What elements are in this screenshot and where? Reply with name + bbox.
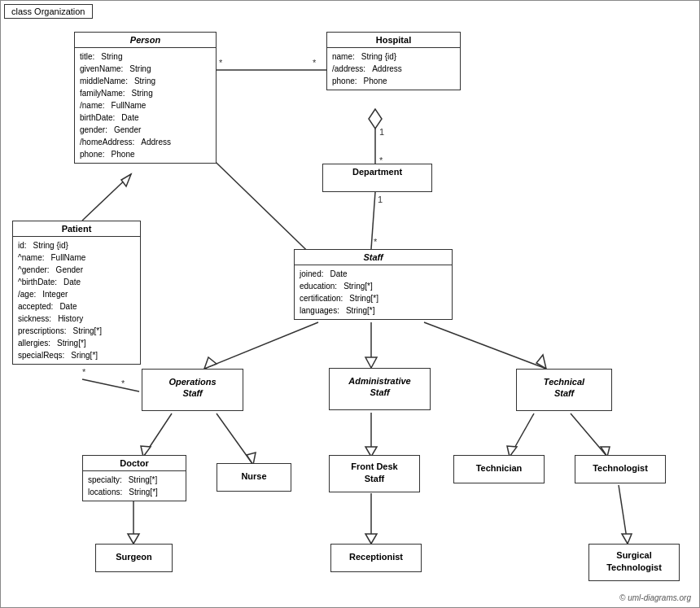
svg-line-34	[619, 485, 628, 544]
hospital-body: name:String {id} /address:Address phone:…	[327, 48, 460, 90]
class-receptionist: Receptionist	[330, 544, 422, 572]
class-hospital: Hospital name:String {id} /address:Addre…	[326, 32, 461, 90]
department-title: Department	[323, 164, 431, 179]
class-technical-staff: TechnicalStaff	[516, 369, 612, 411]
class-administrative-staff: AdministrativeStaff	[329, 368, 431, 410]
administrative-staff-title: AdministrativeStaff	[330, 369, 430, 401]
class-nurse: Nurse	[217, 463, 291, 492]
class-doctor: Doctor specialty:String[*] locations:Str…	[82, 455, 186, 501]
patient-title: Patient	[13, 221, 140, 237]
technologist-title: Technologist	[575, 456, 665, 475]
svg-line-36	[82, 379, 139, 391]
svg-line-7	[371, 192, 375, 249]
class-person: Person title:String givenName:String mid…	[74, 32, 217, 164]
svg-line-22	[217, 413, 253, 465]
class-operations-staff: OperationsStaff	[142, 369, 243, 411]
svg-text:*: *	[121, 378, 125, 388]
svg-line-20	[143, 413, 172, 457]
doctor-body: specialty:String[*] locations:String[*]	[83, 471, 186, 501]
technical-staff-title: TechnicalStaff	[517, 370, 611, 402]
svg-marker-35	[622, 534, 632, 544]
svg-text:1: 1	[379, 127, 384, 137]
svg-text:*: *	[219, 58, 223, 68]
class-surgeon: Surgeon	[95, 544, 173, 572]
person-title: Person	[75, 33, 216, 48]
diagram-container: class Organization * * 1 * 1 *	[0, 0, 700, 608]
svg-text:*: *	[374, 237, 378, 247]
diagram-title: class Organization	[4, 4, 93, 19]
patient-body: id:String {id} ^name:FullName ^gender:Ge…	[13, 237, 140, 364]
svg-text:*: *	[82, 367, 86, 377]
class-patient: Patient id:String {id} ^name:FullName ^g…	[12, 221, 141, 365]
svg-line-10	[82, 174, 131, 221]
svg-marker-19	[536, 355, 546, 369]
front-desk-staff-title: Front DeskStaff	[330, 456, 419, 488]
operations-staff-title: OperationsStaff	[142, 370, 243, 402]
copyright: © uml-diagrams.org	[619, 593, 691, 602]
svg-marker-15	[204, 357, 217, 369]
class-surgical-technologist: SurgicalTechnologist	[588, 544, 680, 581]
surgeon-title: Surgeon	[96, 545, 172, 564]
nurse-title: Nurse	[217, 464, 291, 483]
class-department: Department	[322, 164, 432, 192]
svg-text:1: 1	[378, 195, 383, 204]
svg-line-28	[571, 413, 607, 457]
svg-line-18	[424, 322, 546, 369]
staff-title: Staff	[295, 250, 452, 265]
class-staff: Staff joined:Date education:String[*] ce…	[294, 249, 453, 320]
class-technologist: Technologist	[575, 455, 666, 483]
class-front-desk-staff: Front DeskStaff	[329, 455, 420, 492]
svg-line-14	[204, 322, 318, 369]
hospital-title: Hospital	[327, 33, 460, 48]
surgical-technologist-title: SurgicalTechnologist	[589, 545, 679, 577]
svg-marker-11	[121, 174, 131, 186]
svg-marker-33	[365, 534, 377, 544]
person-body: title:String givenName:String middleName…	[75, 48, 216, 163]
receptionist-title: Receptionist	[331, 545, 421, 564]
svg-marker-17	[365, 357, 377, 368]
class-technician: Technician	[453, 455, 545, 483]
svg-text:*: *	[313, 58, 317, 68]
svg-marker-31	[128, 534, 139, 544]
doctor-title: Doctor	[83, 456, 186, 471]
svg-line-26	[510, 413, 534, 457]
svg-marker-4	[369, 109, 382, 129]
staff-body: joined:Date education:String[*] certific…	[295, 265, 452, 319]
technician-title: Technician	[454, 456, 544, 475]
